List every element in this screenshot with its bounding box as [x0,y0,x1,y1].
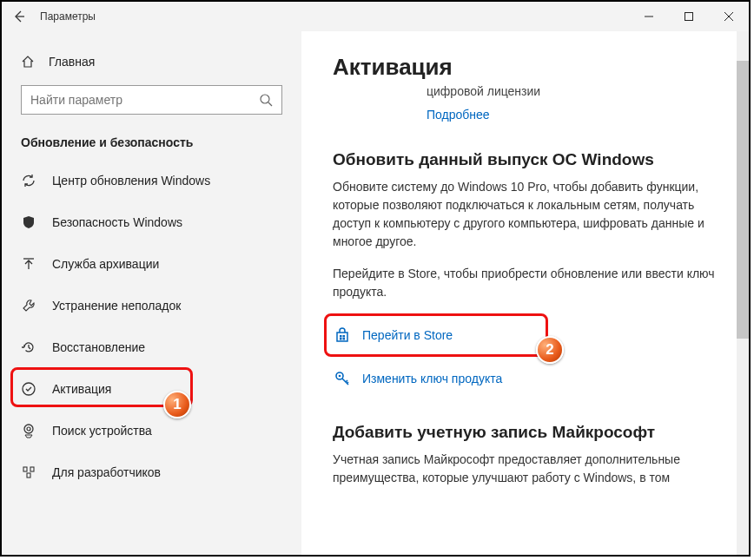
upgrade-para1: Обновите систему до Windows 10 Pro, чтоб… [333,178,731,251]
search-wrap [2,76,301,127]
svg-rect-15 [343,338,346,340]
sync-icon [21,173,36,188]
go-to-store-button[interactable]: Перейти в Store [333,326,731,345]
location-icon [21,423,36,438]
sidebar-home[interactable]: Главная [2,47,301,76]
page-title: Активация [333,54,731,81]
svg-rect-14 [340,338,342,340]
svg-point-6 [23,383,35,395]
change-key-label: Изменить ключ продукта [362,372,502,385]
sidebar-item-label: Безопасность Windows [52,215,182,229]
home-icon [21,55,35,69]
svg-point-17 [339,375,341,378]
ms-account-heading: Добавить учетную запись Майкрософт [333,423,731,442]
history-icon [21,339,36,355]
window-body: Главная Обновление и безопасность Центр … [2,31,749,555]
ms-account-para: Учетная запись Майкрософт предоставляет … [333,451,731,487]
svg-line-5 [268,102,272,106]
sidebar-home-label: Главная [49,55,95,69]
search-icon [259,93,273,107]
sidebar-item-label: Служба архивации [52,257,159,271]
shield-icon [21,214,36,230]
svg-rect-10 [30,467,34,471]
svg-rect-12 [340,335,342,338]
svg-point-7 [24,425,33,433]
sidebar-item-label: Устранение неполадок [52,299,181,313]
check-circle-icon [21,381,36,397]
upgrade-heading: Обновить данный выпуск ОС Windows [333,150,731,169]
upgrade-para2: Перейдите в Store, чтобы приобрести обно… [333,265,731,301]
annotation-badge-2: 2 [536,336,564,364]
arrow-left-icon [12,10,26,23]
scrollbar-thumb[interactable] [737,61,749,339]
backup-icon [21,256,36,272]
sidebar-item-windows-update[interactable]: Центр обновления Windows [2,160,301,201]
sidebar-item-recovery[interactable]: Восстановление [2,326,301,368]
minimize-button[interactable] [629,2,669,31]
window-controls [629,2,749,31]
sidebar-item-security[interactable]: Безопасность Windows [2,201,301,243]
back-button[interactable] [2,2,36,31]
license-text: цифровой лицензии [427,84,731,98]
app-title: Параметры [40,10,96,23]
developer-icon [21,464,36,480]
sidebar-item-activation[interactable]: Активация 1 [2,368,301,410]
svg-rect-13 [343,335,346,338]
sidebar-item-label: Активация [52,382,111,396]
sidebar-item-label: Поиск устройства [52,424,152,438]
content-pane: Активация цифровой лицензии Подробнее Об… [301,31,749,555]
sidebar: Главная Обновление и безопасность Центр … [2,31,301,555]
svg-point-4 [261,95,269,103]
titlebar: Параметры [2,2,749,31]
sidebar-section-title: Обновление и безопасность [2,127,301,156]
svg-rect-1 [685,13,693,21]
maximize-button[interactable] [669,2,709,31]
sidebar-item-label: Для разработчиков [52,465,161,479]
license-block: цифровой лицензии Подробнее [333,84,731,122]
search-field[interactable] [30,93,259,107]
store-icon [333,326,352,345]
svg-point-8 [27,427,30,431]
wrench-icon [21,298,36,313]
close-button[interactable] [709,2,749,31]
store-label: Перейти в Store [362,328,453,342]
sidebar-item-find-device[interactable]: Поиск устройства [2,410,301,451]
search-input[interactable] [21,85,282,115]
settings-window: Параметры Главная Обновление и безопасно… [0,0,751,557]
sidebar-item-label: Восстановление [52,340,145,354]
sidebar-item-label: Центр обновления Windows [52,174,210,188]
more-link[interactable]: Подробнее [427,108,490,122]
sidebar-item-developers[interactable]: Для разработчиков [2,451,301,493]
svg-rect-9 [23,467,27,471]
svg-rect-11 [27,473,30,478]
sidebar-item-backup[interactable]: Служба архивации [2,243,301,285]
sidebar-item-troubleshoot[interactable]: Устранение неполадок [2,285,301,326]
sidebar-nav: Центр обновления Windows Безопасность Wi… [2,156,301,493]
key-icon [333,369,352,388]
change-product-key-button[interactable]: Изменить ключ продукта [333,369,731,388]
